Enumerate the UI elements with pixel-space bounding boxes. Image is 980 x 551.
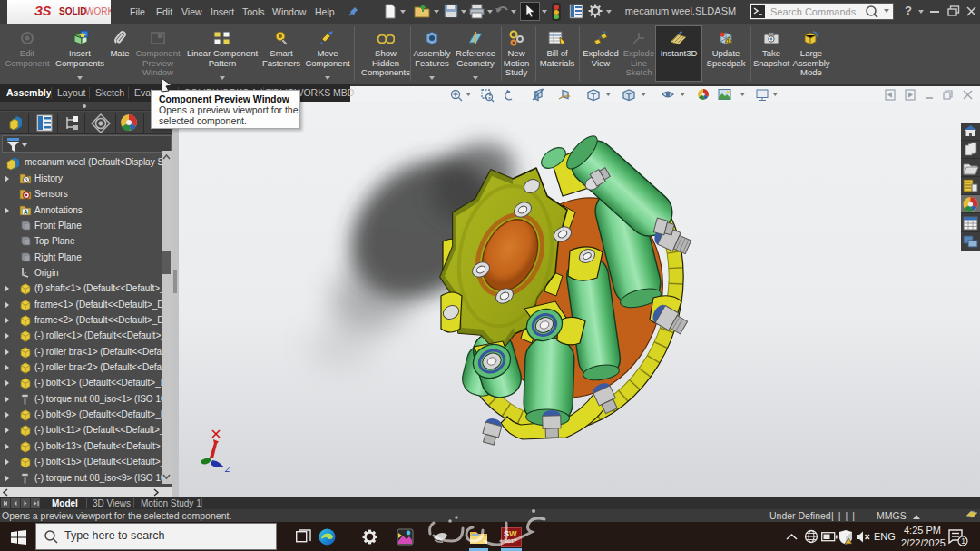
svg-text:SOLID: SOLID (59, 6, 87, 16)
svg-text:1: 1 (961, 536, 965, 546)
svg-text:!: ! (728, 38, 730, 44)
svg-text:ЗS: ЗS (34, 4, 52, 18)
svg-text:A: A (24, 209, 28, 215)
svg-text:WORKS: WORKS (85, 6, 111, 16)
svg-text:Z: Z (224, 465, 230, 474)
